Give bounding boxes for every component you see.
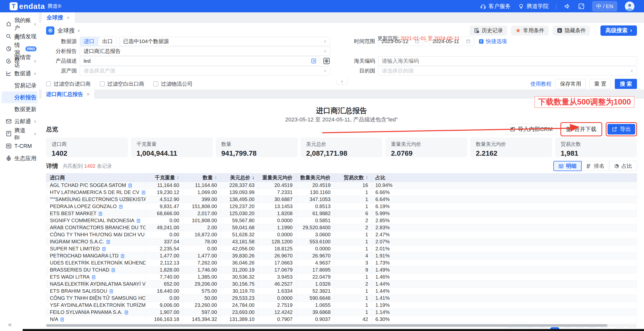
importer-name-cell[interactable]: NASA ELEKTRİK AYDINLATMA SANAYİ VE TİCAR… — [46, 281, 146, 288]
importer-name-cell[interactable]: INGRAM MICRO S.A.C. — [46, 238, 146, 245]
company-profile-icon[interactable] — [121, 254, 125, 258]
view-detail-button[interactable]: 明细 — [553, 161, 582, 171]
table-row[interactable]: FEILO SYLVANIA PANAMA S.A. 1,907.00 597.… — [46, 309, 637, 316]
import-crm-button[interactable]: 导入内部CRM — [506, 124, 557, 135]
sidebar-item-datatong[interactable]: 数据通∧ — [0, 67, 39, 80]
importer-name-cell[interactable]: AGL TCHAD P/C SOGEA SATOM — [46, 182, 146, 189]
table-row[interactable]: HTV LATINOAMERICA S DE RL DE CV 19,230.1… — [46, 189, 637, 196]
table-row[interactable]: YSF AYDINLATMA ELEKTRONİK TURİZM SANAYİ … — [46, 302, 637, 309]
module-selector[interactable]: 全球搜 — [57, 27, 75, 35]
sidebar-item-bi[interactable]: 腾道 BI∨ — [0, 127, 39, 140]
company-profile-icon[interactable] — [141, 190, 146, 195]
importer-name-cell[interactable]: SIGNIFY COMMERCIAL INDONESIA — [46, 217, 146, 224]
sidebar-item-my-account[interactable]: 我的账户∨ — [0, 18, 39, 30]
importer-name-cell[interactable]: PETROCHAD MANGARA LTD — [46, 252, 146, 259]
importer-name-cell[interactable]: """SAMSUNG ELECTRONICS UZBEKISTAN"" mas`… — [46, 196, 146, 203]
table-row[interactable]: ETS WADI LITRA 7,740.00 1,385.00 30,536.… — [46, 274, 637, 281]
language-switcher[interactable]: 中 / EN — [592, 1, 617, 12]
importer-name-cell[interactable]: BRASSERIES DU TCHAD — [46, 267, 146, 274]
tutorial-link[interactable]: 使用教程 — [530, 80, 551, 87]
tendata-logo[interactable]: T endata 腾道® — [10, 2, 61, 11]
tab-importer-summary-report[interactable]: 进口商汇总报告 × — [42, 89, 94, 99]
table-row[interactable]: CÔNG TY TNHH ĐIỆN TỬ SAMSUNG HCMC CE COM… — [46, 295, 637, 302]
sort-icon[interactable]: ▲▼ — [214, 176, 217, 180]
merge-download-button[interactable]: 合并下载 — [562, 124, 600, 135]
checkbox-icon[interactable] — [100, 81, 105, 86]
academy-link[interactable]: 腾道学院 — [518, 3, 549, 10]
input-expand-icon[interactable] — [311, 58, 316, 64]
sidebar-item-eco-apps[interactable]: 生态应用 — [0, 152, 39, 164]
customer-service-link[interactable]: 客户服务 — [480, 3, 511, 10]
fullscreen-icon[interactable] — [578, 3, 585, 10]
importer-name-cell[interactable]: YSF AYDINLATMA ELEKTRONİK TURİZM SANAYİ … — [46, 302, 146, 309]
company-profile-icon[interactable] — [98, 212, 102, 216]
close-icon[interactable]: × — [87, 91, 90, 97]
importer-name-cell[interactable]: ETS BEST MARKET — [46, 210, 146, 217]
sidebar-collapse-icon[interactable]: « — [8, 321, 12, 328]
avatar[interactable] — [625, 2, 634, 11]
importer-name-cell[interactable]: ETS WADI LITRA — [46, 274, 146, 281]
table-row[interactable]: SUPER NET LIMITED 2,235.54 0.00 42,056.0… — [46, 245, 637, 252]
company-profile-icon[interactable] — [124, 310, 128, 315]
sidebar-item-insight[interactable]: 商情洞察 PRO — [0, 43, 39, 55]
table-row[interactable]: PETROCHAD MANGARA LTD 1,477.00 1,477.00 … — [46, 252, 637, 259]
filter-checkbox[interactable]: 过滤物流公司 — [153, 80, 193, 87]
reset-button[interactable]: 重 置 — [590, 79, 611, 89]
table-row[interactable]: INGRAM MICRO S.A.C. 337.04 78.00 43,181.… — [46, 238, 637, 245]
sidebar-item-data-update[interactable]: 数据更新 — [0, 103, 39, 115]
favorite-conditions-button[interactable]: ★ 常用条件 — [511, 26, 549, 36]
table-row[interactable]: NASA ELEKTRİK AYDINLATMA SANAYİ VE TİCAR… — [46, 281, 637, 288]
table-row[interactable]: AGL TCHAD P/C SOGEA SATOM 11,164.60 11,1… — [46, 182, 637, 189]
fold-panel-button[interactable]: ∨ — [336, 78, 348, 85]
save-favorite-button[interactable]: 保存常用 — [555, 79, 586, 89]
company-profile-icon[interactable] — [109, 289, 113, 293]
product-desc-input[interactable] — [84, 58, 311, 64]
table-row[interactable]: N/A 166,163.18 145,394.32 131,389.10 0.7… — [46, 316, 637, 323]
company-profile-icon[interactable] — [111, 268, 115, 272]
export-button[interactable]: 导出 — [607, 124, 635, 135]
horizontal-scrollbar[interactable] — [46, 324, 637, 327]
scrollbar-thumb[interactable] — [46, 324, 607, 327]
company-profile-icon[interactable] — [119, 205, 123, 209]
table-row[interactable]: ETS BEST MARKET 68,666.00 2,017.00 125,0… — [46, 210, 637, 217]
history-button[interactable]: 历史记录 — [470, 26, 507, 36]
image-search-icon[interactable] — [323, 57, 330, 65]
importer-name-cell[interactable]: HTV LATINOAMERICA S DE RL DE CV — [46, 189, 146, 196]
sort-icon[interactable]: ▲▼ — [177, 176, 179, 180]
importer-name-cell[interactable]: CÔNG TY TNHH THƯƠNG MẠI DỊCH VỤ ĐIỆN MẠN… — [46, 231, 146, 238]
importer-name-cell[interactable]: N/A — [46, 316, 146, 323]
table-row[interactable]: """SAMSUNG ELECTRONICS UZBEKISTAN"" mas`… — [46, 196, 637, 203]
table-row[interactable]: CÔNG TY TNHH THƯƠNG MẠI DỊCH VỤ ĐIỆN MẠN… — [46, 231, 637, 238]
table-row[interactable]: ARAB CONTRACTORS BRANCHE DU TCHAD 49,241… — [46, 224, 637, 231]
company-profile-icon[interactable] — [128, 183, 132, 188]
sidebar-item-radar[interactable]: 商情雷达∨ — [0, 55, 39, 67]
report-type-select[interactable]: 进口商汇总报告 ∨ — [80, 47, 330, 56]
sort-icon-active[interactable]: ▲▼ — [252, 176, 255, 180]
importer-name-cell[interactable]: FEILO SYLVANIA PANAMA S.A. — [46, 309, 146, 316]
filter-checkbox[interactable]: 过滤空白出口商 — [100, 80, 144, 87]
importer-name-cell[interactable]: ETS BRAHIM SALISSOU — [46, 288, 146, 295]
sidebar-item-tcrm[interactable]: T-CRM — [0, 140, 39, 152]
destination-select[interactable]: 请选择目的国 ∨ — [378, 66, 637, 75]
company-profile-icon[interactable] — [92, 275, 96, 279]
importer-name-cell[interactable]: UDES ELEKTRİK ELEKTRONİK MÜHENDİSLİK SAN… — [46, 259, 146, 267]
checkbox-icon[interactable] — [153, 81, 158, 86]
importer-name-cell[interactable]: CÔNG TY TNHH ĐIỆN TỬ SAMSUNG HCMC CE COM… — [46, 295, 146, 302]
hs-code-input[interactable] — [382, 58, 633, 64]
importer-name-cell[interactable]: PEDRAJA LOPEZ GONZALO — [46, 203, 146, 210]
view-share-button[interactable]: 占比 — [609, 161, 637, 171]
sidebar-item-trade-records[interactable]: 贸易记录 — [0, 80, 39, 91]
importer-name-cell[interactable]: SUPER NET LIMITED — [46, 245, 146, 252]
view-rank-button[interactable]: 排名 — [582, 161, 609, 171]
export-toggle[interactable]: 出口 — [98, 37, 117, 46]
table-row[interactable]: BRASSERIES DU TCHAD 1,828.00 1,746.00 31… — [46, 267, 637, 274]
megaphone-icon[interactable] — [564, 3, 570, 10]
sidebar-item-analysis-report[interactable]: 分析报告 — [2, 91, 38, 103]
sidebar-item-cloudmail[interactable]: 云邮通∨ — [0, 115, 39, 127]
module-icon[interactable] — [46, 26, 54, 35]
table-row[interactable]: SIGNIFY COMMERCIAL INDONESIA 0.00 101,80… — [46, 217, 637, 224]
tab-global-search[interactable]: 全球搜 × — [42, 12, 75, 23]
quick-options-link[interactable]: 快捷选项 — [479, 38, 507, 45]
advanced-search-button[interactable]: 高级搜索› — [600, 25, 637, 36]
company-profile-icon[interactable] — [136, 219, 140, 223]
